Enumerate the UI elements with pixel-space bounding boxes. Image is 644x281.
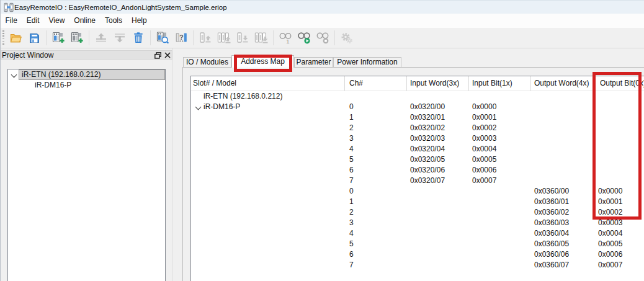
- upload-module-button[interactable]: [196, 29, 215, 47]
- verify-configuration-button[interactable]: ?: [172, 29, 190, 47]
- menu-tools[interactable]: Tools: [101, 14, 127, 28]
- cell-slot-model: [191, 249, 345, 260]
- toolbar-drag-handle[interactable]: [2, 30, 4, 46]
- download-module-icon: [236, 32, 249, 44]
- table-row[interactable]: 60x0320/060x0006: [191, 165, 644, 176]
- tab-io-modules[interactable]: IO / Modules: [183, 57, 231, 67]
- trash-icon: [132, 32, 145, 44]
- cell-slot-model: [191, 228, 345, 239]
- table-row[interactable]: 00x0360/000x0000: [191, 186, 644, 197]
- table-row[interactable]: 60x0360/060x0006: [191, 249, 644, 260]
- tree-node-ir-etn[interactable]: iR-ETN (192.168.0.212): [8, 69, 165, 80]
- table-row[interactable]: 40x0360/040x0004: [191, 228, 644, 239]
- column-header-output-word[interactable]: Output Word(4x): [531, 76, 595, 91]
- project-window-titlebar[interactable]: Project Window: [1, 50, 172, 60]
- float-panel-button[interactable]: [153, 51, 162, 60]
- move-module-down-button[interactable]: [110, 29, 129, 47]
- cell-input-word: [407, 91, 469, 102]
- toolbar-separator: [89, 30, 89, 45]
- delete-module-button[interactable]: [129, 29, 148, 47]
- row-expander-chevron-icon[interactable]: [195, 104, 202, 110]
- table-row[interactable]: iR-DM16-P00x0320/000x0000: [191, 102, 644, 112]
- tab-power-information[interactable]: Power Information: [333, 57, 401, 67]
- open-project-button[interactable]: [6, 29, 25, 47]
- column-header-slot-model[interactable]: Slot# / Model: [191, 76, 345, 91]
- column-header-input-bit[interactable]: Input Bit(1x): [469, 76, 531, 91]
- tree-expander-chevron-icon[interactable]: [11, 71, 17, 78]
- scan-modules-icon: [156, 32, 169, 44]
- cell-output-word: [531, 102, 595, 112]
- cell-slot-model: [191, 133, 345, 144]
- cell-slot-model: [191, 218, 345, 228]
- column-header-ch[interactable]: Ch#: [345, 76, 407, 91]
- cell-output-word: [531, 123, 595, 133]
- table-row[interactable]: 10x0360/010x0001: [191, 197, 644, 207]
- cell-input-word: 0x0320/04: [407, 144, 469, 154]
- cell-input-bit: 0x0001: [469, 112, 531, 123]
- cell-input-bit: 0x0004: [469, 144, 531, 154]
- cell-slot-model: iR-ETN (192.168.0.212): [191, 91, 345, 102]
- table-row[interactable]: 30x0360/030x0003: [191, 218, 644, 228]
- menu-edit[interactable]: Edit: [22, 14, 44, 28]
- cell-input-word: 0x0320/06: [407, 165, 469, 176]
- download-all-modules-button[interactable]: [252, 29, 271, 47]
- settings-button[interactable]: [338, 29, 356, 47]
- table-row[interactable]: 50x0360/050x0005: [191, 239, 644, 249]
- tree-node-label-selected[interactable]: iR-ETN (192.168.0.212): [19, 69, 165, 80]
- menu-view[interactable]: View: [44, 14, 69, 28]
- cell-output-word: 0x0360/03: [531, 218, 595, 228]
- cell-input-word: 0x0320/02: [407, 123, 469, 133]
- upload-module-icon: [199, 32, 212, 44]
- cell-output-word: 0x0360/05: [531, 239, 595, 249]
- cell-input-bit: [469, 218, 531, 228]
- open-folder-icon: [10, 33, 22, 43]
- app-window: EasyRemoteIO : EasyRemoteIO_AndonLightSy…: [0, 0, 644, 281]
- cell-slot-model: [191, 197, 345, 207]
- upload-all-modules-button[interactable]: [215, 29, 233, 47]
- insert-module-button[interactable]: [68, 29, 86, 47]
- move-up-icon: [95, 32, 107, 44]
- table-row[interactable]: 50x0320/050x0005: [191, 154, 644, 165]
- cell-ch: 5: [345, 239, 407, 249]
- scan-modules-button[interactable]: [153, 29, 172, 47]
- tab-parameter[interactable]: Parameter: [294, 57, 333, 67]
- cell-slot-model: [191, 239, 345, 249]
- cell-input-word: [407, 228, 469, 239]
- tree-node-ir-dm16p[interactable]: iR-DM16-P: [8, 80, 165, 91]
- menu-file[interactable]: File: [1, 14, 22, 28]
- table-row[interactable]: iR-ETN (192.168.0.212): [191, 91, 644, 102]
- cell-ch: 6: [345, 165, 407, 176]
- table-row[interactable]: 20x0360/020x0002: [191, 207, 644, 218]
- add-module-button[interactable]: [49, 29, 68, 47]
- table-row[interactable]: 40x0320/040x0004: [191, 144, 644, 154]
- download-module-button[interactable]: [233, 29, 252, 47]
- table-row[interactable]: 70x0320/070x0007: [191, 176, 644, 186]
- menu-online[interactable]: Online: [69, 14, 101, 28]
- cell-input-bit: [469, 260, 531, 270]
- connect-run-button[interactable]: [295, 29, 313, 47]
- toolbar-separator: [150, 30, 151, 45]
- save-project-button[interactable]: [25, 29, 43, 47]
- tree-node-label[interactable]: iR-DM16-P: [35, 80, 71, 91]
- column-header-input-word[interactable]: Input Word(3x): [407, 76, 469, 91]
- cell-slot-model: [191, 154, 345, 165]
- cell-output-word: [531, 176, 595, 186]
- connect-single-button[interactable]: 1: [276, 29, 295, 47]
- connect-stop-button[interactable]: [313, 29, 332, 47]
- close-panel-button[interactable]: [163, 51, 172, 60]
- table-row[interactable]: 10x0320/010x0001: [191, 112, 644, 123]
- cell-input-word: 0x0320/00: [407, 102, 469, 112]
- cell-ch: 7: [345, 176, 407, 186]
- cell-output-bit: 0x0007: [595, 260, 644, 270]
- window-title: EasyRemoteIO : EasyRemoteIO_AndonLightSy…: [14, 1, 227, 14]
- connect-stop-icon: [316, 32, 330, 44]
- cell-input-word: [407, 218, 469, 228]
- menu-help[interactable]: Help: [127, 14, 152, 28]
- project-window-panel: Project Window iR-ETN (192.168.0.212) iR…: [1, 48, 172, 281]
- move-module-up-button[interactable]: [92, 29, 110, 47]
- table-row[interactable]: 70x0360/070x0007: [191, 260, 644, 270]
- window-titlebar[interactable]: EasyRemoteIO : EasyRemoteIO_AndonLightSy…: [1, 0, 644, 14]
- table-row[interactable]: 30x0320/030x0003: [191, 133, 644, 144]
- cell-input-bit: [469, 228, 531, 239]
- table-row[interactable]: 20x0320/020x0002: [191, 123, 644, 133]
